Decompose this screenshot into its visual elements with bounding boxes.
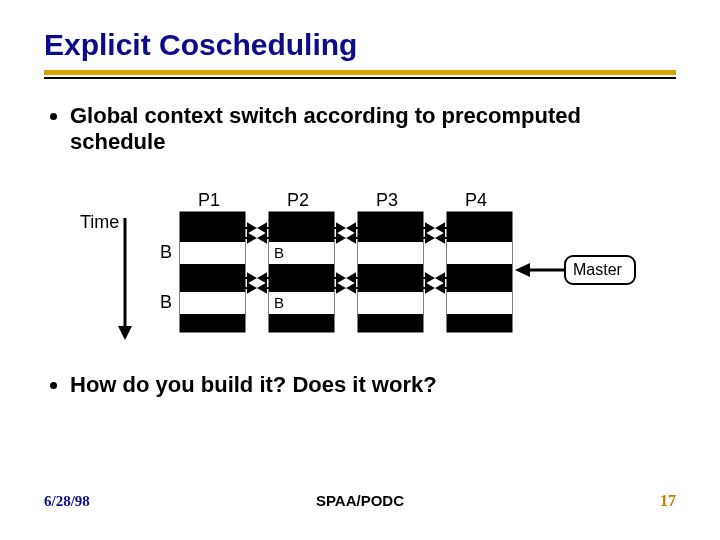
svg-marker-55 [426,274,433,282]
svg-rect-36 [447,292,512,314]
coscheduling-diagram: Time P1 P2 P3 P4 B [44,182,676,350]
svg-marker-14 [248,234,255,242]
svg-marker-59 [426,284,433,292]
svg-marker-61 [437,284,444,292]
svg-marker-57 [437,274,444,282]
row-label-2: B [160,292,172,312]
svg-text:B: B [274,294,284,311]
master-label: Master [573,261,623,278]
svg-marker-41 [259,274,266,282]
footer: 6/28/98 SPAA/PODC 17 [44,492,676,510]
footer-page: 17 [660,492,676,510]
bullet-item: How do you build it? Does it work? [70,372,676,398]
svg-marker-47 [337,274,344,282]
bullet-list: Global context switch according to preco… [44,103,676,156]
slide: Explicit Coscheduling Global context swi… [0,0,720,540]
master-arrowhead [515,263,530,277]
svg-marker-16 [259,234,266,242]
svg-rect-4 [180,242,245,264]
page-title: Explicit Coscheduling [44,28,676,62]
svg-marker-43 [248,284,255,292]
svg-marker-20 [348,224,355,232]
svg-marker-30 [426,234,433,242]
svg-rect-6 [358,242,423,264]
bullet-list-2: How do you build it? Does it work? [44,372,676,398]
footer-date: 6/28/98 [44,493,90,510]
svg-marker-24 [348,234,355,242]
svg-marker-10 [248,224,255,232]
time-label: Time [80,212,119,232]
row-label-1: B [160,242,172,262]
bullet-item: Global context switch according to preco… [70,103,676,156]
svg-marker-12 [259,224,266,232]
svg-marker-51 [337,284,344,292]
svg-marker-39 [248,274,255,282]
proc-label-1: P1 [198,190,220,210]
svg-marker-45 [259,284,266,292]
divider-gold [44,70,676,75]
svg-rect-35 [358,292,423,314]
svg-marker-22 [337,234,344,242]
proc-label-2: P2 [287,190,309,210]
svg-rect-33 [180,292,245,314]
svg-marker-18 [337,224,344,232]
proc-label-3: P3 [376,190,398,210]
time-arrowhead [118,326,132,340]
svg-marker-26 [426,224,433,232]
svg-marker-49 [348,274,355,282]
svg-marker-28 [437,224,444,232]
footer-venue: SPAA/PODC [316,492,404,509]
divider-black [44,77,676,79]
svg-marker-32 [437,234,444,242]
svg-marker-53 [348,284,355,292]
proc-label-4: P4 [465,190,487,210]
svg-rect-7 [447,242,512,264]
svg-text:B: B [274,244,284,261]
